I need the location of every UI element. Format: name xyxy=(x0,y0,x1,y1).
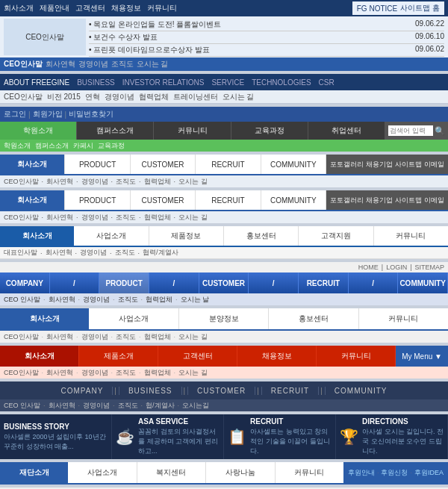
fn-community[interactable]: 커뮤니티 xyxy=(276,462,343,483)
nav-tech[interactable]: TECHNOLOGIES xyxy=(252,78,311,87)
search-icon[interactable]: 🔍 xyxy=(435,126,445,136)
cs3-0[interactable]: 대표인사말 xyxy=(4,248,37,258)
ceo-sub-item-2[interactable]: 경영이념 xyxy=(78,59,108,69)
email-link-2[interactable]: 이메일 xyxy=(424,196,444,205)
fn-sharing[interactable]: 사랑나눔 xyxy=(206,462,275,483)
acad-sub-1[interactable]: 캠퍼스소개 xyxy=(35,141,69,151)
cs1-item-5[interactable]: 오시는 길 xyxy=(178,177,208,187)
cn3-pr[interactable]: 홍보센터 xyxy=(224,226,299,246)
cs4-2[interactable]: 경영이념 xyxy=(81,332,108,342)
sub-vision[interactable]: 비전 2015 xyxy=(47,92,81,102)
nav-investor[interactable]: INVESTOR RELATIONS xyxy=(122,78,205,87)
dn1-customer[interactable]: CUSTOMER xyxy=(188,387,255,395)
cn3-business[interactable]: 사업소개 xyxy=(74,226,149,246)
fn-sub-2[interactable]: 후원IDEA xyxy=(414,468,444,478)
acad-campus[interactable]: 캠퍼스소개 xyxy=(77,122,154,140)
bn1-community[interactable]: COMMUNITY xyxy=(398,272,448,293)
notice-item-3[interactable]: • 프린픗 데이타임므으로수상자 발표 09.06.02 xyxy=(89,44,444,57)
fn-welfare[interactable]: 복지센터 xyxy=(137,462,206,483)
recruit-corp-link[interactable]: 채용기업 xyxy=(366,160,393,169)
acad-recruit[interactable]: 취업센터 xyxy=(308,122,385,140)
bn1-recruit[interactable]: RECRUIT xyxy=(299,272,349,293)
cs2-item-5[interactable]: 오시는 길 xyxy=(178,213,208,222)
cn1-recruit[interactable]: RECRUIT xyxy=(196,155,261,174)
ds1-3[interactable]: 조직도 xyxy=(118,401,138,411)
nav-item-customer[interactable]: 고객센터 xyxy=(75,3,105,13)
cs3-2[interactable]: 경영이념 xyxy=(80,248,107,258)
sitemap-link-2[interactable]: 사이트맵 xyxy=(395,196,422,205)
cn2-community[interactable]: COMMUNITY xyxy=(261,190,326,210)
cs3-4[interactable]: 협력/계열사 xyxy=(143,248,178,258)
cn1-company[interactable]: 회사소개 xyxy=(0,155,65,174)
rn-customer[interactable]: 고객센터 xyxy=(158,346,237,367)
rn-company[interactable]: 회사소개 xyxy=(0,346,79,367)
cs4-5[interactable]: 오시는 길 xyxy=(178,332,208,342)
bn1-customer[interactable]: CUSTOMER xyxy=(199,272,249,293)
fn-business[interactable]: 사업소개 xyxy=(68,462,137,483)
cn4-company[interactable]: 회사소개 xyxy=(0,308,89,329)
ds1-0[interactable]: CEO 인사말 xyxy=(4,401,40,411)
acad-community[interactable]: 커뮤니티 xyxy=(154,122,231,140)
bns1-3[interactable]: 조직도 xyxy=(118,295,138,305)
nav-service[interactable]: SERVICE xyxy=(211,78,244,87)
cs2-item-0[interactable]: CEO인사말 xyxy=(4,213,39,222)
rs-3[interactable]: 조직도 xyxy=(116,368,136,378)
acad-sub-2[interactable]: 카페시 xyxy=(73,141,93,151)
sub-ceo[interactable]: CEO인사말 xyxy=(4,92,43,102)
cn4-pr[interactable]: 홍보센터 xyxy=(269,308,358,329)
cs2-item-4[interactable]: 협력업체 xyxy=(144,213,171,222)
bns1-5[interactable]: 오시는 날 xyxy=(181,295,210,305)
dn1-business[interactable]: BUSINESS xyxy=(119,387,182,395)
search-input[interactable] xyxy=(388,125,433,136)
cn3-company[interactable]: 회사소개 xyxy=(0,226,74,246)
ceo-sub-item-1[interactable]: 회사연혁 xyxy=(46,59,75,69)
rn-product[interactable]: 제품소개 xyxy=(79,346,158,367)
cs1-item-2[interactable]: 경영이념 xyxy=(81,177,108,187)
cs2-item-1[interactable]: 회사연혁 xyxy=(46,213,73,222)
nav-item-recruit[interactable]: 채용정보 xyxy=(111,3,141,13)
bns1-0[interactable]: CEO 인사말 xyxy=(4,295,40,305)
photo-link-2[interactable]: 포토갤러리 xyxy=(330,196,364,205)
sitemap-link[interactable]: 사이트맵 xyxy=(395,160,422,169)
sub-manage[interactable]: 경영이념 xyxy=(105,92,134,102)
cn2-company[interactable]: 회사소개 xyxy=(0,190,65,210)
ds1-1[interactable]: 회사연혁 xyxy=(49,401,75,411)
notice-item-2[interactable]: • 보건수 수상자 발표 09.06.10 xyxy=(89,31,444,44)
cs4-3[interactable]: 조직도 xyxy=(116,332,136,342)
cn1-community[interactable]: COMMUNITY xyxy=(261,155,326,174)
sub-partner[interactable]: 협력업체 xyxy=(139,92,169,102)
cs4-4[interactable]: 협력업체 xyxy=(144,332,171,342)
dn1-recruit[interactable]: RECRUIT xyxy=(262,387,319,395)
sitemap-label[interactable]: 사이트맵 홈 xyxy=(400,3,440,13)
my-menu-button[interactable]: My Menu ▼ xyxy=(396,346,448,367)
dn1-community[interactable]: COMMUNITY xyxy=(326,387,396,395)
cs2-item-3[interactable]: 조직도 xyxy=(116,213,136,222)
cs4-0[interactable]: CEO인사말 xyxy=(4,332,39,342)
find-password-link[interactable]: 비밀번호찾기 xyxy=(69,109,113,119)
acad-course[interactable]: 교육과정 xyxy=(231,122,308,140)
cs2-item-2[interactable]: 경영이념 xyxy=(81,213,108,222)
cn4-business[interactable]: 사업소개 xyxy=(89,308,178,329)
cs4-1[interactable]: 회사연혁 xyxy=(46,332,73,342)
ceo-sub-item-3[interactable]: 조직도 xyxy=(111,59,134,69)
cn3-product[interactable]: 제품정보 xyxy=(149,226,224,246)
acad-sub-0[interactable]: 학원소개 xyxy=(4,141,31,151)
sub-history[interactable]: 연혁 xyxy=(85,92,100,102)
bns1-4[interactable]: 협력업체 xyxy=(146,295,172,305)
cs1-item-0[interactable]: CEO인사말 xyxy=(4,177,39,187)
cn4-community[interactable]: 커뮤니티 xyxy=(359,308,448,329)
nav-about[interactable]: ABOUT FREEGINE xyxy=(4,78,69,87)
signup-link[interactable]: 회원가입 xyxy=(33,109,63,119)
nav-business[interactable]: BUSINESS xyxy=(77,78,115,87)
cn4-product[interactable]: 분양정보 xyxy=(179,308,269,329)
photo-link[interactable]: 포토갤러리 xyxy=(330,160,364,169)
cn2-customer[interactable]: CUSTOMER xyxy=(131,190,196,210)
cs1-item-1[interactable]: 회사연혁 xyxy=(46,177,73,187)
fn-sub-0[interactable]: 후원안내 xyxy=(348,468,375,478)
cs3-3[interactable]: 조직도 xyxy=(115,248,135,258)
ceo-sub-item-4[interactable]: 오시는 길 xyxy=(137,59,169,69)
rn-community[interactable]: 커뮤니티 xyxy=(317,346,396,367)
bns1-2[interactable]: 경영이념 xyxy=(83,295,110,305)
cn2-product[interactable]: PRODUCT xyxy=(65,190,130,210)
cn1-customer[interactable]: CUSTOMER xyxy=(131,155,196,174)
